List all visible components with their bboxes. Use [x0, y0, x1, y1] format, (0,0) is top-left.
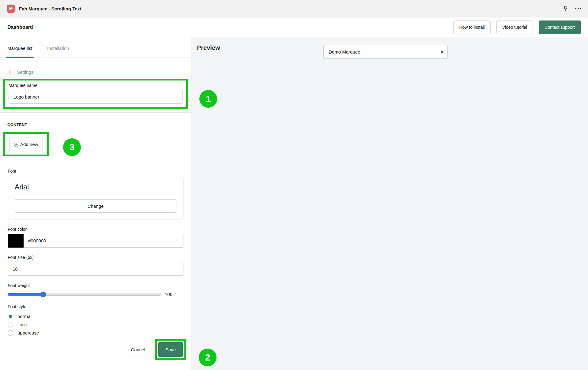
annotation-box-1: Marquee name — [3, 79, 188, 109]
page-title: Dashboard — [7, 24, 33, 30]
annotation-box-3: Add new — [3, 132, 49, 156]
how-to-install-button[interactable]: How to install — [453, 21, 490, 34]
font-weight-value: 100 — [165, 292, 172, 297]
video-tutorial-button[interactable]: Video tutorial — [496, 21, 533, 34]
plus-icon — [14, 142, 19, 147]
annotation-badge-2: 2 — [199, 349, 217, 366]
font-style-option-normal[interactable]: normal — [8, 312, 183, 320]
font-style-option-italic[interactable]: italic — [8, 320, 183, 329]
back-to-settings-link[interactable]: Settings — [7, 69, 33, 75]
marquee-select-dropdown[interactable]: Demo Marquee — [323, 45, 448, 59]
radio-icon[interactable] — [8, 330, 13, 336]
annotation-box-2: Save — [155, 339, 186, 360]
panel-tabs: Marquee list Installation — [0, 37, 191, 58]
change-font-button[interactable]: Change — [15, 199, 176, 213]
font-weight-slider[interactable] — [8, 293, 161, 296]
font-size-input[interactable] — [8, 262, 183, 276]
app-window: M Fab Marquee - Scrolling Text Dashboard… — [0, 0, 588, 370]
caret-updown-icon — [441, 50, 443, 54]
tab-installation[interactable]: Installation — [46, 46, 70, 58]
font-card: Arial Change — [8, 176, 183, 219]
pin-icon[interactable] — [562, 6, 568, 12]
font-size-label: Font size (px) — [8, 255, 183, 260]
topbar: M Fab Marquee - Scrolling Text — [0, 0, 588, 17]
marquee-name-label: Marquee name — [9, 83, 183, 88]
app-title: Fab Marquee - Scrolling Text — [19, 6, 81, 11]
add-new-label: Add new — [20, 142, 38, 147]
radio-label: normal — [17, 314, 32, 319]
preview-panel: Preview Demo Marquee — [191, 37, 588, 370]
selected-marquee-label: Demo Marquee — [329, 49, 441, 54]
font-name-value: Arial — [15, 183, 176, 191]
radio-icon[interactable] — [8, 322, 13, 327]
radio-label: italic — [17, 322, 27, 327]
font-weight-fill — [8, 293, 43, 296]
font-color-input[interactable] — [24, 234, 183, 248]
add-new-button[interactable]: Add new — [9, 137, 43, 151]
annotation-badge-1: 1 — [199, 90, 217, 108]
font-weight-label: Font weight — [8, 283, 183, 288]
preview-title: Preview — [197, 44, 220, 51]
back-arrow-icon — [7, 69, 13, 75]
marquee-name-input[interactable] — [9, 90, 183, 104]
ellipsis-menu-icon[interactable] — [575, 8, 581, 9]
settings-panel: Marquee list Installation Settings Marqu… — [0, 37, 191, 370]
dashboard-header: Dashboard How to install Video tutorial … — [0, 17, 588, 37]
font-color-label: Font color — [8, 227, 183, 232]
back-link-label: Settings — [17, 69, 33, 75]
font-label: Font — [8, 169, 183, 174]
font-style-option-uppercase[interactable]: uppercase — [8, 329, 183, 337]
tab-marquee-list[interactable]: Marquee list — [6, 46, 34, 58]
font-style-label: Font style — [8, 304, 183, 309]
save-button[interactable]: Save — [158, 342, 183, 357]
font-weight-handle[interactable] — [40, 291, 46, 297]
divider — [0, 112, 191, 113]
font-color-swatch[interactable] — [8, 234, 24, 248]
annotation-badge-3: 3 — [63, 138, 81, 156]
content-section-heading: CONTENT — [7, 122, 184, 127]
radio-icon[interactable] — [8, 314, 13, 319]
contact-support-button[interactable]: Contact support — [539, 21, 581, 34]
divider — [0, 161, 191, 161]
app-logo: M — [7, 5, 15, 13]
radio-label: uppercase — [17, 330, 39, 335]
cancel-button[interactable]: Cancel — [123, 343, 153, 356]
